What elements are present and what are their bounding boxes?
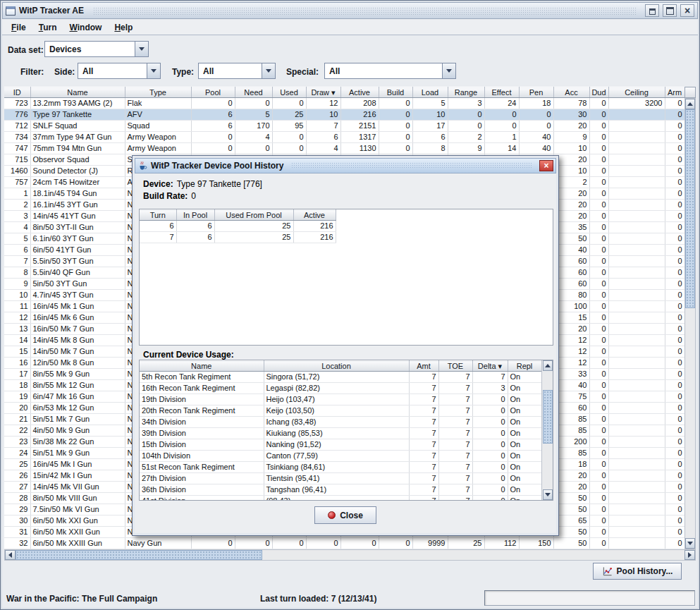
table-cell[interactable] [608, 459, 665, 470]
column-header[interactable]: Active [340, 87, 379, 98]
table-cell[interactable]: 6 [191, 121, 235, 132]
table-cell[interactable]: 9999 [412, 538, 448, 549]
table-cell[interactable]: 14in/50 Mk 7 Gun [30, 346, 125, 358]
table-cell[interactable]: 0 [589, 279, 608, 290]
table-cell[interactable]: 14 [484, 143, 519, 154]
table-cell[interactable]: 0 [589, 448, 608, 459]
table-cell[interactable]: 16in/45 Mk 1 Gun [30, 301, 125, 312]
close-button[interactable]: × [680, 4, 694, 17]
menu-turn[interactable]: Turn [34, 20, 62, 35]
table-cell[interactable]: 9 [448, 143, 484, 154]
table-cell[interactable]: 0 [272, 132, 306, 143]
table-cell[interactable]: 5.5in/40 QF Gun [30, 267, 125, 279]
combo-arrow-button[interactable] [262, 63, 275, 78]
table-cell[interactable]: 0 [665, 166, 684, 177]
table-cell[interactable]: 29 [4, 504, 30, 516]
table-cell[interactable]: 0 [235, 98, 272, 109]
table-cell[interactable]: 5in/50 3YT Gun [30, 279, 125, 290]
table-cell[interactable]: 6in/50 Mk XXI Gun [30, 516, 125, 527]
table-cell[interactable]: 0 [589, 267, 608, 279]
table-row[interactable]: 6625216 [140, 221, 336, 232]
table-cell[interactable]: 208 [340, 98, 379, 109]
column-header[interactable]: In Pool [176, 210, 214, 221]
vertical-scrollbar[interactable] [684, 98, 696, 549]
table-cell[interactable]: 0 [306, 538, 340, 549]
table-cell[interactable]: 7 [409, 462, 438, 473]
table-cell[interactable]: 12 [4, 312, 30, 324]
column-header[interactable]: Amt [409, 361, 438, 372]
table-row[interactable]: 712SNLF SquadSquad617095721510170002000 [4, 121, 684, 132]
table-cell[interactable]: 7 [438, 372, 472, 383]
table-cell[interactable]: 0 [589, 143, 608, 154]
column-header[interactable]: Repl [508, 361, 541, 372]
table-cell[interactable]: 0 [665, 177, 684, 188]
table-cell[interactable]: 7 [472, 372, 508, 383]
table-row[interactable]: 5th Recon Tank RegimentSingora (51,72)77… [140, 372, 541, 383]
table-cell[interactable]: 0 [589, 324, 608, 335]
table-cell[interactable]: 6in/50 Mk XXIII Gun [30, 538, 125, 549]
table-cell[interactable]: 9 [4, 279, 30, 290]
table-cell[interactable]: 7 [4, 256, 30, 267]
table-row[interactable]: 27th DivisionTientsin (95,41)770On [140, 473, 541, 484]
table-cell[interactable] [608, 143, 665, 154]
table-cell[interactable]: 6in/47 Mk 16 Gun [30, 391, 125, 403]
table-cell[interactable]: Observor Squad [30, 154, 125, 166]
table-cell[interactable]: Keijo (103,50) [264, 405, 409, 417]
table-cell[interactable]: 0 [665, 391, 684, 403]
maximize-button[interactable] [663, 4, 677, 17]
table-row[interactable]: 20th Recon Tank RegimentKeijo (103,50)77… [140, 405, 541, 417]
table-cell[interactable]: 25 [214, 221, 293, 232]
table-cell[interactable]: 0 [589, 200, 608, 211]
table-cell[interactable]: 0 [472, 484, 508, 496]
table-cell[interactable]: 0 [665, 290, 684, 301]
table-cell[interactable]: 7 [438, 484, 472, 496]
table-cell[interactable]: 25 [272, 109, 306, 121]
table-cell[interactable]: On [508, 439, 541, 451]
table-cell[interactable] [608, 109, 665, 121]
table-cell[interactable]: 1130 [340, 143, 379, 154]
column-header[interactable]: Pen [519, 87, 553, 98]
scroll-right-button[interactable] [684, 550, 695, 560]
table-cell[interactable]: 0 [665, 470, 684, 482]
table-cell[interactable]: 2 [4, 200, 30, 211]
table-cell[interactable]: 7 [438, 473, 472, 484]
table-cell[interactable]: 8in/50 Mk VIII Gun [30, 493, 125, 504]
table-cell[interactable]: 5.5in/50 3YT Gun [30, 256, 125, 267]
table-cell[interactable] [608, 437, 665, 448]
table-cell[interactable]: 0 [191, 538, 235, 549]
table-cell[interactable]: 20th Recon Tank Regiment [140, 405, 264, 417]
table-cell[interactable]: Tangshan (96,41) [264, 484, 409, 496]
table-cell[interactable]: 19th Division [140, 394, 264, 405]
table-cell[interactable]: 112 [484, 538, 519, 549]
table-cell[interactable]: 1 [4, 188, 30, 200]
table-cell[interactable]: 12in/50 Mk 8 Gun [30, 358, 125, 369]
table-cell[interactable]: 0 [665, 267, 684, 279]
table-cell[interactable]: 21 [4, 414, 30, 425]
table-cell[interactable]: 0 [665, 504, 684, 516]
table-cell[interactable]: 0 [589, 482, 608, 493]
table-cell[interactable]: 2 [448, 132, 484, 143]
menu-file[interactable]: File [6, 20, 31, 35]
table-cell[interactable]: 0 [589, 380, 608, 391]
table-cell[interactable]: 40 [519, 132, 553, 143]
table-cell[interactable]: 15th Division [140, 439, 264, 451]
table-row[interactable]: 41st Division(98,43)770On [140, 496, 541, 501]
table-cell[interactable]: AFV [125, 109, 191, 121]
table-cell[interactable]: 0 [272, 538, 306, 549]
table-cell[interactable]: 15in/42 Mk I Gun [30, 470, 125, 482]
table-cell[interactable]: 7 [409, 473, 438, 484]
table-cell[interactable]: 6in/53 Mk 12 Gun [30, 403, 125, 414]
table-cell[interactable]: 0 [665, 516, 684, 527]
column-header[interactable]: Effect [484, 87, 519, 98]
table-cell[interactable]: On [508, 405, 541, 417]
table-cell[interactable]: 0 [484, 109, 519, 121]
table-cell[interactable]: 12 [306, 98, 340, 109]
table-cell[interactable]: Tientsin (95,41) [264, 473, 409, 484]
table-cell[interactable]: 10 [412, 109, 448, 121]
table-cell[interactable]: 7 [409, 451, 438, 462]
usage-vertical-scrollbar[interactable] [541, 360, 553, 500]
table-cell[interactable]: 75mm T94 Mtn Gun [30, 143, 125, 154]
table-cell[interactable]: 0 [589, 470, 608, 482]
table-row[interactable]: 104th DivisionCanton (77,59)770On [140, 451, 541, 462]
table-cell[interactable]: 3200 [608, 98, 665, 109]
